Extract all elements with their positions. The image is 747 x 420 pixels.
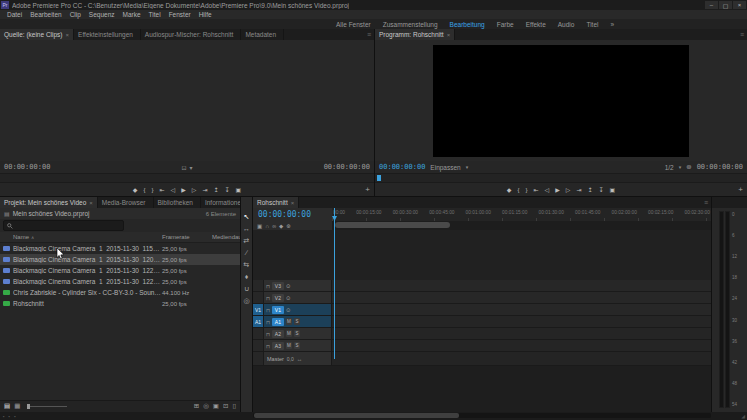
automate-to-sequence-button[interactable]: ⊞ — [194, 403, 199, 410]
menu-item[interactable]: Fenster — [165, 11, 195, 18]
linked-selection-toggle-button[interactable]: ∞ — [272, 223, 276, 229]
source-patch[interactable]: V1 — [253, 304, 264, 315]
zoom-scrollbar-thumb[interactable] — [335, 222, 450, 228]
go-to-in-button[interactable]: ⇤ — [159, 187, 164, 193]
mute-button[interactable]: M — [286, 318, 292, 325]
new-item-button[interactable]: ⊡ — [223, 403, 228, 410]
program-playhead[interactable] — [377, 175, 381, 181]
project-item-row[interactable]: Chris Zabriskie - Cylinder Six - CC-BY-3… — [0, 287, 240, 298]
play-button[interactable]: ▶ — [181, 187, 186, 193]
source-timecode-current[interactable]: 00:00:00:00 — [4, 163, 50, 171]
track-lock-icon[interactable]: ⊓ — [266, 283, 270, 289]
track-lock-icon[interactable]: ⊓ — [266, 307, 270, 313]
panel-menu-icon[interactable]: ≡ — [701, 197, 711, 208]
menu-item[interactable]: Datei — [3, 11, 26, 18]
selection-tool[interactable]: ↖ — [244, 213, 250, 221]
track-badge[interactable]: A1 — [272, 318, 284, 326]
menu-item[interactable]: Marke — [119, 11, 145, 18]
dropdown-caret-icon[interactable]: ▾ — [190, 164, 193, 171]
menu-item[interactable]: Titel — [145, 11, 165, 18]
panel-tab[interactable]: Bibliotheken — [154, 197, 201, 208]
minimize-button[interactable]: – — [705, 1, 718, 9]
track-lock-icon[interactable]: ⊓ — [266, 295, 270, 301]
add-marker-button[interactable]: ◆ — [133, 187, 138, 193]
menu-item[interactable]: Sequenz — [85, 11, 119, 18]
step-forward-button[interactable]: ▷ — [192, 187, 197, 193]
workspace-tab[interactable]: Zusammenstellung — [377, 21, 444, 28]
column-header-name[interactable]: Name ∧ — [0, 234, 162, 240]
track-badge[interactable]: A2 — [272, 330, 284, 338]
panel-tab[interactable]: Media-Browser — [98, 197, 154, 208]
go-to-in-button[interactable]: ⇤ — [533, 187, 538, 193]
pen-tool[interactable]: ♦ — [245, 273, 249, 281]
overwrite-button[interactable]: ↧ — [224, 187, 229, 193]
workspace-tab[interactable]: Effekte — [520, 21, 552, 28]
scrollbar-thumb[interactable] — [254, 413, 459, 418]
track-output-eye-icon[interactable]: ⊙ — [286, 283, 291, 289]
track-lane[interactable] — [332, 292, 711, 303]
ripple-edit-tool[interactable]: ⇄ — [244, 237, 250, 245]
track-lock-icon[interactable]: ⊓ — [266, 343, 270, 349]
workspace-tab[interactable]: Farbe — [491, 21, 520, 28]
source-scrubber[interactable] — [0, 173, 374, 183]
playback-resolution-dropdown[interactable]: 1/2 — [665, 164, 674, 171]
project-item-row[interactable]: Blackmagic Cinema Camera_1_2015-11-30_12… — [0, 276, 240, 287]
menu-item[interactable]: Hilfe — [195, 11, 216, 18]
workspace-tab[interactable]: Alle Fenster — [330, 21, 377, 28]
source-patch[interactable] — [253, 340, 264, 351]
step-forward-button[interactable]: ▷ — [566, 187, 571, 193]
find-button[interactable]: ◎ — [203, 403, 209, 410]
zoom-slider-thumb[interactable] — [27, 404, 30, 409]
track-badge[interactable]: V1 — [272, 306, 284, 314]
track-lane[interactable] — [332, 280, 711, 291]
close-tab-icon[interactable]: × — [291, 200, 295, 206]
master-gain-value[interactable]: 0,0 — [287, 356, 294, 362]
button-editor-add-icon[interactable]: + — [365, 185, 370, 194]
close-tab-icon[interactable]: × — [447, 32, 451, 38]
slip-tool[interactable]: ⇆ — [244, 261, 250, 269]
source-patch[interactable]: A1 — [253, 316, 264, 327]
add-marker-button[interactable]: ◆ — [279, 223, 283, 229]
panel-tab[interactable]: Audiospur-Mischer: Rohschnitt — [141, 29, 242, 40]
track-lane[interactable] — [332, 304, 711, 315]
track-badge[interactable]: V3 — [272, 282, 284, 290]
go-to-out-button[interactable]: ⇥ — [202, 187, 207, 193]
button-editor-add-icon[interactable]: + — [738, 185, 743, 194]
settings-wrench-icon[interactable]: ⊛ — [686, 163, 691, 171]
snap-toggle-button[interactable]: ∩ — [265, 223, 269, 229]
program-scrubber[interactable] — [375, 173, 747, 183]
panel-tab[interactable]: Metadaten — [241, 29, 284, 40]
timeline-playhead[interactable] — [334, 208, 335, 359]
go-to-out-button[interactable]: ⇥ — [576, 187, 581, 193]
menu-item[interactable]: Bearbeiten — [26, 11, 65, 18]
workspace-tab[interactable]: Bearbeitung — [444, 21, 491, 28]
export-frame-button[interactable]: ▣ — [235, 187, 241, 193]
source-patch[interactable] — [253, 328, 264, 339]
track-lane[interactable] — [332, 328, 711, 339]
project-file-name[interactable]: Mein schönes Video.prproj — [13, 210, 90, 217]
track-badge[interactable]: A3 — [272, 342, 284, 350]
export-frame-button[interactable]: ▣ — [609, 187, 615, 193]
timeline-zoom-scrollbar[interactable] — [332, 221, 711, 230]
project-item-row[interactable]: Blackmagic Cinema Camera_1_2015-11-30_12… — [0, 265, 240, 276]
step-back-button[interactable]: ◁ — [171, 187, 176, 193]
close-button[interactable]: × — [733, 1, 746, 9]
track-output-eye-icon[interactable]: ⊙ — [286, 307, 291, 313]
timeline-horizontal-scrollbar[interactable] — [253, 413, 711, 418]
thumbnail-zoom-slider[interactable] — [27, 406, 67, 407]
close-tab-icon[interactable]: × — [66, 32, 70, 38]
program-timecode-current[interactable]: 00:00:00:00 — [379, 163, 425, 171]
column-header-framerate[interactable]: Framerate — [162, 234, 212, 240]
fit-dropdown[interactable]: Einpassen — [430, 164, 460, 171]
insert-button[interactable]: ↥ — [587, 187, 592, 193]
column-header-media-duration[interactable]: Mediendauer — [212, 234, 240, 240]
track-lock-icon[interactable]: ⊓ — [266, 331, 270, 337]
resize-grip-icon[interactable]: ◢ — [741, 413, 745, 419]
panel-tab[interactable]: Projekt: Mein schönes Video × — [0, 197, 98, 208]
timeline-settings-button[interactable]: ⊛ — [286, 223, 291, 229]
panel-tab[interactable]: Quelle: (keine Clips) × — [0, 29, 74, 40]
project-item-row[interactable]: Rohschnitt 25,00 fps — [0, 298, 240, 309]
close-tab-icon[interactable]: × — [89, 200, 93, 206]
project-item-row[interactable]: Blackmagic Cinema Camera_1_2015-11-30_11… — [0, 243, 240, 254]
workspace-tab[interactable]: Audio — [552, 21, 581, 28]
